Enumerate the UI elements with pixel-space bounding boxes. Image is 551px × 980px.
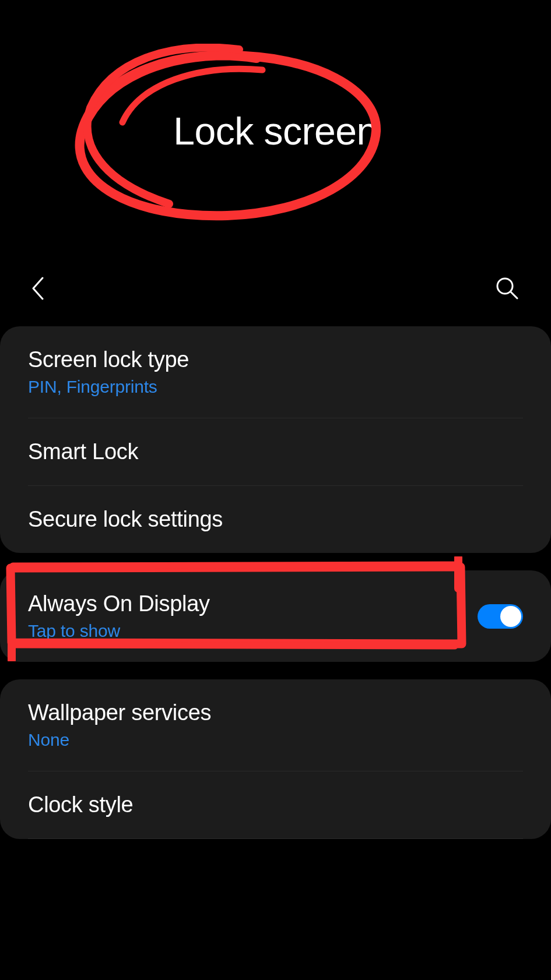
back-button[interactable]: [20, 271, 55, 306]
toolbar: [0, 262, 551, 315]
row-subtitle: Tap to show: [28, 621, 210, 641]
row-title: Secure lock settings: [28, 507, 223, 532]
row-subtitle: None: [28, 730, 211, 750]
row-smart-lock[interactable]: Smart Lock: [0, 418, 551, 485]
row-text: Always On Display Tap to show: [28, 591, 210, 641]
chevron-left-icon: [30, 276, 46, 301]
row-title: Wallpaper services: [28, 700, 211, 725]
row-subtitle: PIN, Fingerprints: [28, 377, 189, 397]
row-secure-lock-settings[interactable]: Secure lock settings: [0, 486, 551, 553]
toggle-knob: [500, 606, 521, 627]
card-lock-settings: Screen lock type PIN, Fingerprints Smart…: [0, 326, 551, 553]
row-wallpaper-services[interactable]: Wallpaper services None: [0, 679, 551, 771]
content: Screen lock type PIN, Fingerprints Smart…: [0, 315, 551, 868]
row-screen-lock-type[interactable]: Screen lock type PIN, Fingerprints: [0, 326, 551, 418]
search-icon: [495, 276, 520, 301]
row-clock-style[interactable]: Clock style: [0, 771, 551, 838]
row-text: Clock style: [28, 792, 133, 817]
row-text: Screen lock type PIN, Fingerprints: [28, 347, 189, 397]
svg-line-1: [511, 292, 517, 298]
row-title: Always On Display: [28, 591, 210, 616]
row-text: Wallpaper services None: [28, 700, 211, 750]
row-always-on-display[interactable]: Always On Display Tap to show: [0, 570, 551, 662]
divider: [28, 838, 523, 839]
search-button[interactable]: [490, 271, 525, 306]
card-appearance: Wallpaper services None Clock style: [0, 679, 551, 839]
row-text: Smart Lock: [28, 439, 138, 464]
toggle-area: [463, 602, 523, 630]
card-always-on-display: Always On Display Tap to show: [0, 570, 551, 662]
row-title: Screen lock type: [28, 347, 189, 372]
row-title: Smart Lock: [28, 439, 138, 464]
toggle-divider: [463, 602, 464, 630]
header-area: Lock screen: [0, 0, 551, 262]
page-title: Lock screen: [173, 109, 377, 153]
row-title: Clock style: [28, 792, 133, 817]
always-on-display-toggle[interactable]: [478, 604, 523, 629]
row-text: Secure lock settings: [28, 507, 223, 532]
